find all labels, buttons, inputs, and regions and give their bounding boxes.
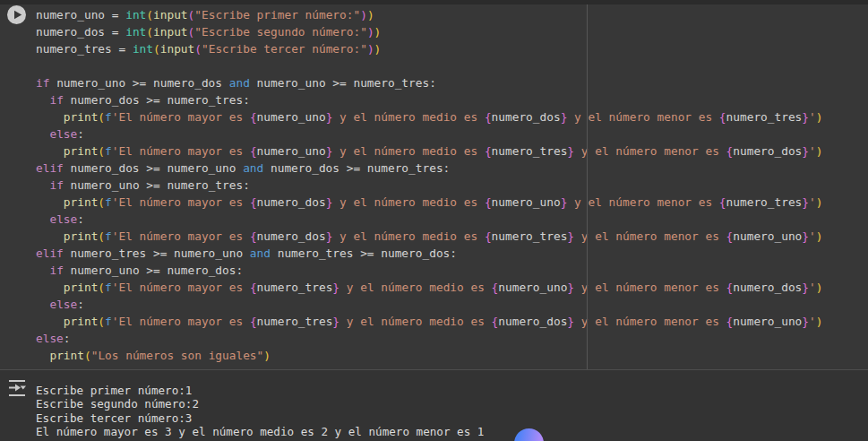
column-ruler-80 [587,4,588,369]
code-line: else: [36,296,822,313]
output-options-button[interactable] [6,377,28,399]
code-line: elif numero_tres >= numero_uno and numer… [36,245,822,262]
code-line: else: [36,330,822,347]
output-redirect-icon [6,377,28,399]
run-cell-button[interactable] [7,5,26,24]
play-circle-icon [7,5,26,24]
code-line: print(f'El número mayor es {numero_uno} … [36,143,822,160]
code-line: if numero_uno >= numero_dos and numero_u… [36,74,822,91]
code-line: else: [36,125,822,143]
code-line: numero_tres = int(input("Escribe tercer … [36,40,822,57]
cell-top-edge [0,0,868,4]
output-line: El número mayor es 3 y el número medio e… [36,425,484,438]
code-line: print(f'El número mayor es {numero_uno} … [36,108,822,125]
code-line: if numero_dos >= numero_tres: [36,91,822,108]
code-line: numero_uno = int(input("Escribe primer n… [36,6,822,23]
output-text: Escribe primer número:1Escribe segundo n… [36,384,484,439]
code-line: else: [36,211,822,228]
code-line: elif numero_dos >= numero_uno and numero… [36,160,822,177]
output-line: Escribe segundo número:2 [36,397,484,411]
code-line: print(f'El número mayor es {numero_dos} … [36,228,822,245]
code-line [36,57,822,74]
output-line: Escribe tercer número:3 [36,411,484,425]
code-line: print("Los números son iguales") [36,347,822,364]
code-line: print(f'El número mayor es {numero_tres}… [36,279,822,296]
code-line: numero_dos = int(input("Escribe segundo … [36,23,822,40]
code-line: if numero_uno >= numero_tres: [36,177,822,194]
code-line: if numero_uno >= numero_dos: [36,262,822,279]
code-line: print(f'El número mayor es {numero_tres}… [36,313,822,330]
output-line: Escribe primer número:1 [36,384,484,397]
code-line: print(f'El número mayor es {numero_dos} … [36,194,822,211]
code-editor[interactable]: numero_uno = int(input("Escribe primer n… [36,6,822,364]
